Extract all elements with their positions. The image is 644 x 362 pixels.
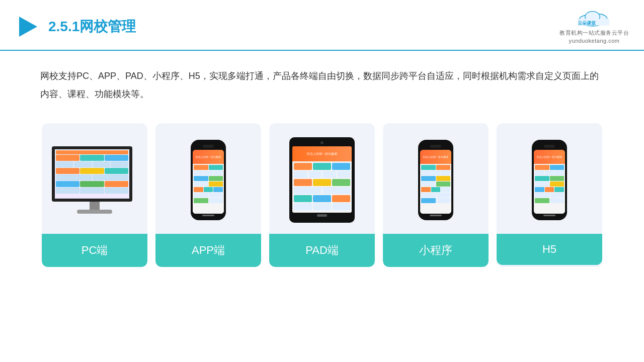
card-app-image: 职达人的第一堂兴趣课 [155, 123, 261, 234]
tablet-mock: 职达人的第一堂兴趣课 [289, 137, 355, 223]
svg-marker-0 [19, 17, 37, 37]
card-h5-label: H5 [497, 234, 602, 265]
card-pc: PC端 [42, 123, 147, 267]
header-left: 2.5.1网校管理 [15, 15, 136, 39]
card-mini: 职达人的第一堂兴趣课 [383, 123, 489, 267]
card-app: 职达人的第一堂兴趣课 [155, 123, 261, 267]
card-h5-image: 职达人的第一堂兴趣课 [497, 123, 602, 234]
logo-url: yunduoketang.com [569, 38, 620, 44]
cards-container: PC端 职达人的第一堂兴趣课 [0, 113, 644, 282]
card-pad-label: PAD端 [269, 234, 375, 267]
page-title: 2.5.1网校管理 [48, 17, 136, 36]
logo-area: 云朵课堂 教育机构一站式服务云平台 yunduoketang.com [559, 9, 629, 44]
card-pad: 职达人的第一堂兴趣课 [269, 123, 375, 267]
section-number: 2.5.1 [48, 19, 79, 34]
phone-mock-mini: 职达人的第一堂兴趣课 [418, 140, 453, 220]
card-pad-image: 职达人的第一堂兴趣课 [269, 123, 375, 234]
play-icon [15, 15, 39, 39]
card-h5: 职达人的第一堂兴趣课 [497, 123, 602, 267]
svg-text:云朵课堂: 云朵课堂 [578, 21, 596, 26]
monitor-screen [52, 146, 132, 202]
card-mini-image: 职达人的第一堂兴趣课 [383, 123, 489, 234]
card-mini-label: 小程序 [383, 234, 489, 267]
logo-tagline: 教育机构一站式服务云平台 [559, 29, 629, 37]
phone-mock-app: 职达人的第一堂兴趣课 [191, 140, 226, 220]
pc-monitor [52, 146, 137, 214]
logo-icon: 云朵课堂 [574, 9, 614, 28]
description-text: 网校支持PC、APP、PAD、小程序、H5，实现多端打通，产品各终端自由切换，数… [0, 51, 644, 113]
phone-mock-h5: 职达人的第一堂兴趣课 [532, 140, 567, 220]
header: 2.5.1网校管理 云朵课堂 教育机构一站式服务云平台 yunduoketang… [0, 0, 644, 51]
card-pc-image [42, 123, 147, 234]
title-cn: 网校管理 [79, 19, 136, 34]
card-pc-label: PC端 [42, 234, 147, 267]
card-app-label: APP端 [155, 234, 261, 267]
